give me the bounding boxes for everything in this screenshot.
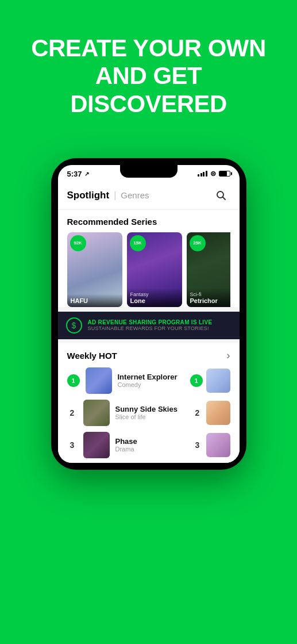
spotlight-tab[interactable]: Spotlight [67, 190, 110, 201]
promo-text: AD REVENUE SHARING PROGRAM IS LIVE SUSTA… [88, 319, 213, 331]
svg-line-1 [222, 197, 225, 200]
ie-name: Internet Explorer [118, 373, 184, 381]
battery-icon [219, 171, 230, 177]
signal-icon [198, 171, 207, 177]
petrichor-badge: 25K [190, 235, 206, 251]
lone-info: Fantasy Lone [127, 288, 182, 307]
ie-artwork [86, 367, 112, 394]
right-rank-2: 2 [192, 408, 203, 417]
rank-badge-1: 1 [67, 374, 80, 387]
petrichor-genre: Sci-fi [190, 292, 230, 297]
right-thumb-3 [206, 433, 230, 457]
ie-genre: Comedy [118, 381, 184, 388]
sss-info: Sunny Side Skies Slice of life [115, 405, 187, 420]
weekly-title: Weekly HOT [67, 351, 117, 361]
hot-list: 1 Internet Explorer Comedy 1 [67, 367, 230, 458]
series-cards: 92K HAFU 15K Fantasy Lone [67, 232, 230, 307]
phone-mockup: 5:37 ↗ ⊜ [0, 158, 297, 470]
phone-screen: 5:37 ↗ ⊜ [58, 165, 240, 463]
recommended-section: Recommended Series 92K HAFU 15K [58, 210, 240, 307]
sss-genre: Slice of life [115, 413, 187, 420]
recommended-title: Recommended Series [67, 217, 230, 227]
status-time: 5:37 ↗ [67, 170, 89, 178]
right-rank-1: 1 [190, 374, 203, 387]
petrichor-info: Sci-fi Petrichor [187, 288, 230, 307]
phone-notch [120, 165, 178, 178]
genres-tab[interactable]: Genres [121, 190, 149, 200]
search-button[interactable] [212, 186, 230, 205]
rank-num-3: 3 [67, 440, 78, 450]
right-thumb-1 [206, 369, 230, 393]
promo-main-text: AD REVENUE SHARING PROGRAM IS LIVE [88, 319, 213, 325]
promo-dollar-icon: $ [66, 317, 82, 334]
time-display: 5:37 [67, 170, 82, 178]
promo-banner[interactable]: $ AD REVENUE SHARING PROGRAM IS LIVE SUS… [58, 312, 240, 339]
thumb-phase [83, 432, 110, 458]
phase-name: Phase [115, 437, 187, 446]
phase-artwork [83, 432, 110, 458]
sss-name: Sunny Side Skies [115, 405, 187, 413]
weekly-more-button[interactable] [227, 350, 230, 362]
ie-right: 1 [190, 369, 230, 393]
app-header: Spotlight | Genres [58, 181, 240, 210]
weekly-hot-section: Weekly HOT 1 Internet Explorer [58, 343, 240, 463]
right-thumb-2 [206, 401, 230, 425]
card-lone[interactable]: 15K Fantasy Lone [127, 232, 182, 307]
phase-genre: Drama [115, 446, 187, 453]
hafu-info: HAFU [67, 294, 122, 307]
status-icons: ⊜ [198, 170, 230, 178]
promo-sub-text: SUSTAINABLE REWARDS FOR YOUR STORIES! [88, 325, 213, 331]
right-rank-3: 3 [192, 440, 203, 450]
weekly-header: Weekly HOT [67, 350, 230, 362]
header-nav: Spotlight | Genres [67, 190, 149, 201]
hot-item-2[interactable]: 2 Sunny Side Skies Slice of life 2 [67, 400, 230, 426]
card-hafu[interactable]: 92K HAFU [67, 232, 122, 307]
sss-right: 2 [192, 401, 230, 425]
petrichor-name: Petrichor [190, 297, 230, 304]
thumb-ie [86, 367, 112, 394]
hafu-badge: 92K [70, 235, 86, 251]
nav-divider: | [114, 190, 116, 201]
hot-item-1[interactable]: 1 Internet Explorer Comedy 1 [67, 367, 230, 394]
card-petrichor[interactable]: 25K Sci-fi Petrichor [187, 232, 230, 307]
phone-frame: 5:37 ↗ ⊜ [51, 158, 246, 470]
rank-num-2: 2 [67, 408, 78, 417]
hero-section: CREATE YOUR OWN AND GET DISCOVERED [0, 0, 297, 141]
hafu-name: HAFU [71, 297, 119, 304]
sss-artwork [83, 400, 110, 426]
wifi-icon: ⊜ [210, 170, 216, 178]
hot-item-3[interactable]: 3 Phase Drama 3 [67, 432, 230, 458]
thumb-sss [83, 400, 110, 426]
lone-genre: Fantasy [130, 292, 179, 297]
hero-title: CREATE YOUR OWN AND GET DISCOVERED [23, 34, 274, 118]
phase-right: 3 [192, 433, 230, 457]
phase-info: Phase Drama [115, 437, 187, 453]
ie-info: Internet Explorer Comedy [118, 373, 184, 388]
location-icon: ↗ [84, 171, 89, 177]
lone-badge: 15K [130, 235, 146, 251]
lone-name: Lone [130, 297, 179, 304]
